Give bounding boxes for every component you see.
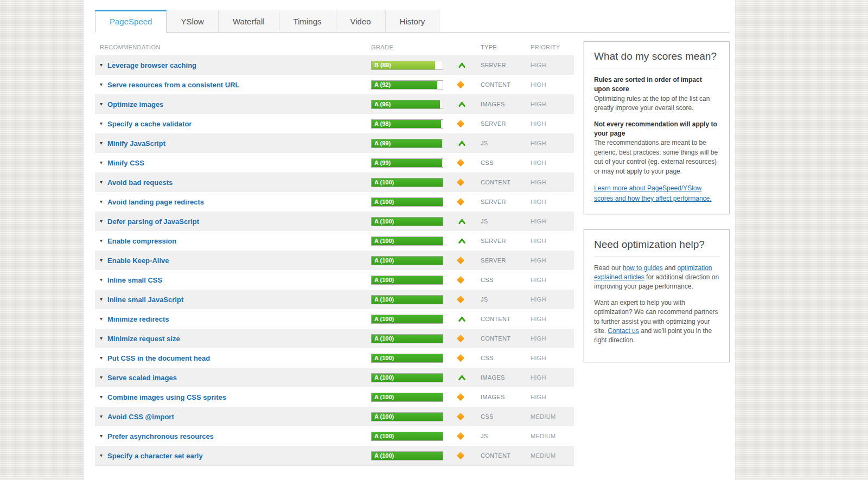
recommendation-link[interactable]: Defer parsing of JavaScript bbox=[107, 217, 199, 226]
trend-cell bbox=[450, 277, 481, 283]
recommendation-link[interactable]: Specify a cache validator bbox=[107, 120, 192, 128]
type-cell: JS bbox=[481, 296, 531, 303]
recommendation-row: ▾Combine images using CSS spritesA (100)… bbox=[95, 387, 574, 407]
tab-timings[interactable]: Timings bbox=[279, 10, 336, 32]
scores-learn-more-link[interactable]: Learn more about PageSpeed/YSlow scores … bbox=[594, 184, 712, 202]
grade-label: A (100) bbox=[374, 316, 394, 322]
type-cell: CONTENT bbox=[481, 179, 531, 185]
grade-bar: A (100) bbox=[371, 373, 443, 382]
grade-fill: B (89) bbox=[372, 61, 435, 69]
recommendation-link[interactable]: Avoid CSS @import bbox=[107, 413, 174, 421]
expand-caret-icon[interactable]: ▾ bbox=[100, 238, 103, 244]
expand-caret-icon[interactable]: ▾ bbox=[100, 297, 103, 302]
inline-link[interactable]: how to guides bbox=[623, 264, 663, 272]
grade-fill: A (100) bbox=[372, 315, 443, 323]
recommendation-link[interactable]: Specify a character set early bbox=[107, 452, 203, 460]
trend-cell bbox=[450, 433, 481, 439]
grade-bar: A (96) bbox=[371, 100, 443, 109]
recommendation-link[interactable]: Inline small CSS bbox=[107, 276, 162, 284]
recommendation-link[interactable]: Minimize request size bbox=[107, 335, 180, 343]
grade-label: A (100) bbox=[374, 238, 394, 244]
expand-caret-icon[interactable]: ▾ bbox=[100, 375, 103, 380]
expand-caret-icon[interactable]: ▾ bbox=[100, 121, 103, 126]
expand-caret-icon[interactable]: ▾ bbox=[100, 82, 103, 87]
expand-caret-icon[interactable]: ▾ bbox=[100, 355, 103, 361]
recommendation-link[interactable]: Minimize redirects bbox=[107, 315, 169, 323]
diamond-icon bbox=[457, 296, 464, 303]
table-header: RECOMMENDATION GRADE TYPE PRIORITY bbox=[95, 41, 574, 55]
trend-cell bbox=[450, 180, 481, 185]
expand-caret-icon[interactable]: ▾ bbox=[100, 62, 103, 68]
type-cell: CONTENT bbox=[481, 452, 531, 459]
recommendation-row: ▾Avoid landing page redirectsA (100)SERV… bbox=[95, 192, 574, 212]
recommendation-row: ▾Defer parsing of JavaScriptA (100)JSHIG… bbox=[95, 212, 574, 231]
diamond-icon bbox=[457, 276, 464, 284]
expand-caret-icon[interactable]: ▾ bbox=[100, 140, 103, 146]
recommendation-link[interactable]: Leverage browser caching bbox=[107, 61, 196, 69]
inline-link[interactable]: Contact us bbox=[608, 327, 639, 335]
priority-cell: HIGH bbox=[531, 277, 574, 283]
grade-fill: A (99) bbox=[372, 159, 442, 167]
recommendation-row: ▾Put CSS in the document headA (100)CSSH… bbox=[95, 348, 574, 368]
grade-label: A (100) bbox=[374, 335, 394, 342]
priority-cell: MEDIUM bbox=[531, 413, 574, 420]
priority-cell: HIGH bbox=[531, 199, 574, 205]
recommendation-link[interactable]: Inline small JavaScript bbox=[107, 296, 183, 304]
grade-bar: A (99) bbox=[371, 158, 443, 168]
diamond-icon bbox=[457, 81, 464, 88]
recommendation-link[interactable]: Enable compression bbox=[107, 237, 176, 245]
tab-history[interactable]: History bbox=[386, 10, 440, 32]
recommendation-link[interactable]: Avoid landing page redirects bbox=[107, 198, 204, 206]
grade-label: A (100) bbox=[374, 394, 394, 400]
diamond-icon bbox=[457, 354, 464, 362]
expand-caret-icon[interactable]: ▾ bbox=[100, 258, 103, 263]
chevron-up-icon bbox=[458, 375, 466, 381]
tab-video[interactable]: Video bbox=[336, 10, 386, 32]
recommendation-link[interactable]: Serve resources from a consistent URL bbox=[107, 81, 239, 89]
expand-caret-icon[interactable]: ▾ bbox=[100, 219, 103, 224]
priority-cell: HIGH bbox=[531, 62, 574, 68]
grade-fill: A (100) bbox=[372, 393, 443, 401]
help-box: Need optimization help? Read our how to … bbox=[584, 229, 730, 362]
scores-section-text: Optimizing rules at the top of the list … bbox=[594, 94, 719, 113]
type-cell: IMAGES bbox=[481, 374, 531, 381]
expand-caret-icon[interactable]: ▾ bbox=[100, 336, 103, 341]
expand-caret-icon[interactable]: ▾ bbox=[100, 180, 103, 185]
grade-bar: A (100) bbox=[371, 295, 443, 304]
recommendation-link[interactable]: Avoid bad requests bbox=[107, 178, 173, 187]
expand-caret-icon[interactable]: ▾ bbox=[100, 414, 103, 419]
scores-section-heading: Rules are sorted in order of impact upon… bbox=[594, 75, 719, 94]
priority-cell: HIGH bbox=[531, 101, 574, 107]
grade-fill: A (100) bbox=[372, 178, 443, 187]
tab-yslow[interactable]: YSlow bbox=[167, 10, 219, 32]
recommendation-link[interactable]: Minify CSS bbox=[107, 159, 144, 167]
recommendation-row: ▾Specify a cache validatorA (98)SERVERHI… bbox=[95, 114, 574, 133]
grade-label: A (100) bbox=[374, 218, 394, 225]
grade-bar: A (100) bbox=[371, 451, 443, 460]
expand-caret-icon[interactable]: ▾ bbox=[100, 316, 103, 322]
expand-caret-icon[interactable]: ▾ bbox=[100, 277, 103, 283]
tab-waterfall[interactable]: Waterfall bbox=[219, 10, 279, 32]
tab-pagespeed[interactable]: PageSpeed bbox=[95, 10, 167, 33]
recommendation-link[interactable]: Serve scaled images bbox=[107, 374, 177, 382]
recommendation-link[interactable]: Optimize images bbox=[107, 100, 163, 108]
header-priority: PRIORITY bbox=[531, 44, 574, 50]
recommendation-link[interactable]: Put CSS in the document head bbox=[107, 354, 210, 362]
expand-caret-icon[interactable]: ▾ bbox=[100, 453, 103, 458]
priority-cell: HIGH bbox=[531, 120, 574, 127]
grade-bar: A (99) bbox=[371, 139, 443, 148]
type-cell: SERVER bbox=[481, 238, 531, 244]
expand-caret-icon[interactable]: ▾ bbox=[100, 433, 103, 439]
text-segment: and bbox=[663, 264, 678, 272]
recommendation-link[interactable]: Prefer asynchronous resources bbox=[107, 432, 214, 440]
expand-caret-icon[interactable]: ▾ bbox=[100, 101, 103, 107]
expand-caret-icon[interactable]: ▾ bbox=[100, 394, 103, 400]
recommendation-link[interactable]: Combine images using CSS sprites bbox=[107, 393, 226, 401]
priority-cell: MEDIUM bbox=[531, 452, 574, 459]
diamond-icon bbox=[457, 393, 464, 401]
trend-cell bbox=[450, 101, 481, 107]
expand-caret-icon[interactable]: ▾ bbox=[100, 199, 103, 204]
recommendation-link[interactable]: Enable Keep-Alive bbox=[107, 257, 169, 265]
recommendation-link[interactable]: Minify JavaScript bbox=[107, 139, 165, 148]
expand-caret-icon[interactable]: ▾ bbox=[100, 160, 103, 165]
